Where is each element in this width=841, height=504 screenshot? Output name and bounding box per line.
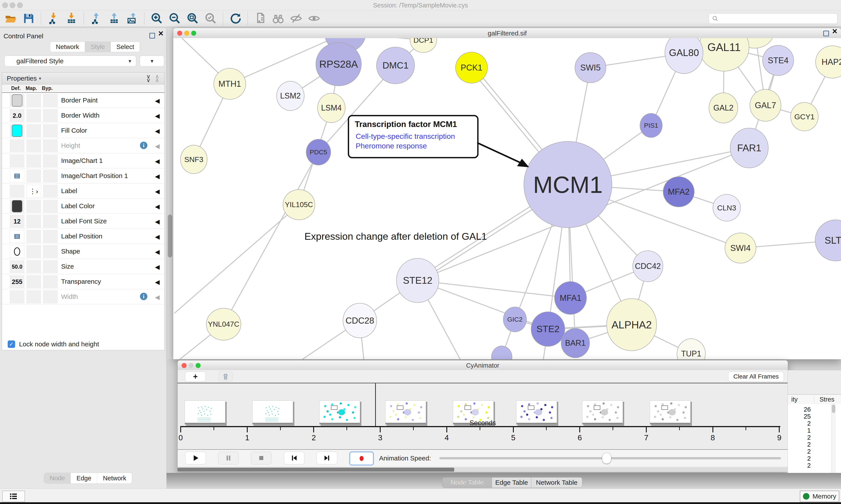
network-canvas[interactable]: RPS28BGAL11GAL80DCP1RPS28ADMC1PCK1SWI5ST… [173, 38, 841, 359]
property-row-height[interactable]: Heighti◀ [2, 138, 164, 153]
expand-caret-icon[interactable]: ◀ [155, 293, 160, 301]
close-panel-icon[interactable]: × [158, 31, 163, 35]
save-icon[interactable] [22, 12, 35, 25]
property-byp-cell[interactable] [43, 215, 58, 228]
table-row[interactable]: 2 [788, 455, 811, 462]
expand-caret-icon[interactable]: ◀ [155, 112, 160, 120]
table-row[interactable]: 2 [788, 434, 811, 441]
zoom-fit-icon[interactable] [186, 12, 199, 25]
tab-style[interactable]: Style [85, 42, 111, 52]
zoom-selected-icon[interactable] [204, 12, 217, 25]
info-icon[interactable]: i [140, 293, 147, 300]
float-panel-icon[interactable] [149, 33, 155, 38]
property-def-cell[interactable] [10, 155, 24, 167]
collapse-all-icon[interactable]: ∧∧ [155, 75, 159, 82]
property-def-cell[interactable]: 12 [10, 215, 24, 228]
timeline-scrollbar[interactable] [178, 467, 788, 472]
property-map-cell[interactable] [26, 140, 41, 152]
property-def-cell[interactable] [10, 94, 24, 107]
property-map-cell[interactable] [26, 230, 41, 243]
scrollbar-thumb[interactable] [178, 468, 454, 472]
property-row-border-paint[interactable]: Border Paint◀ [2, 93, 164, 108]
delete-frame-button[interactable] [218, 372, 233, 382]
export-table-icon[interactable] [107, 12, 121, 25]
property-byp-cell[interactable] [43, 290, 58, 303]
property-row-image-chart-1[interactable]: Image/Chart 1◀ [2, 153, 164, 168]
canvas-note[interactable]: Expression change after deletion of GAL1 [304, 231, 523, 242]
property-def-cell[interactable]: 2.0 [10, 109, 24, 122]
property-row-width[interactable]: Widthi◀ [2, 289, 164, 304]
column-header-stress[interactable]: Stres [814, 396, 835, 403]
table-row[interactable]: 2 [788, 441, 811, 448]
property-map-cell[interactable] [26, 170, 41, 182]
cyanimator-titlebar[interactable]: CyAnimator [178, 360, 788, 371]
property-map-cell[interactable] [26, 124, 41, 137]
play-button[interactable] [185, 452, 206, 464]
table-row[interactable]: 1 [788, 427, 811, 434]
property-map-cell[interactable] [26, 275, 41, 288]
table-row[interactable]: 2 [788, 462, 811, 469]
property-row-fill-color[interactable]: Fill Color◀ [2, 123, 164, 138]
property-map-cell[interactable] [26, 260, 41, 273]
import-network-icon[interactable] [47, 12, 60, 25]
properties-header[interactable]: Properties ▾ ∨∨ ∧∧ [2, 72, 164, 85]
lock-size-checkbox[interactable]: ✓ [8, 340, 15, 348]
tab-node-table[interactable]: Node Table [442, 477, 492, 488]
expand-caret-icon[interactable]: ◀ [155, 218, 160, 225]
property-row-label-position[interactable]: Label Position◀ [2, 229, 164, 244]
property-row-transparency[interactable]: 255Transparency◀ [2, 274, 164, 289]
add-frame-button[interactable]: + [185, 372, 205, 382]
scrollbar-thumb[interactable] [168, 215, 172, 257]
stop-button[interactable] [251, 452, 272, 464]
property-row-shape[interactable]: Shape◀ [2, 244, 164, 259]
record-button[interactable] [350, 452, 374, 465]
import-table-icon[interactable] [65, 12, 78, 25]
hide-details-icon[interactable] [289, 12, 303, 25]
expand-caret-icon[interactable]: ◀ [155, 158, 160, 165]
property-byp-cell[interactable] [43, 140, 58, 152]
tab-network[interactable]: Network [97, 473, 132, 483]
property-def-cell[interactable] [10, 170, 24, 182]
zoom-out-icon[interactable] [168, 12, 182, 25]
property-row-label-font-size[interactable]: 12Label Font Size◀ [2, 214, 164, 229]
property-row-label[interactable]: ⋮›Label◀ [2, 183, 164, 199]
expand-caret-icon[interactable]: ◀ [155, 264, 160, 271]
property-def-cell[interactable]: 255 [10, 275, 24, 288]
table-row[interactable]: 2 [788, 448, 811, 455]
close-window-icon[interactable]: × [832, 29, 837, 33]
property-map-cell[interactable] [26, 215, 41, 228]
property-def-cell[interactable] [10, 290, 24, 303]
export-image-icon[interactable] [125, 12, 139, 25]
expand-caret-icon[interactable]: ◀ [155, 278, 160, 286]
search-input[interactable] [709, 13, 838, 24]
expand-all-icon[interactable]: ∨∨ [146, 75, 150, 82]
expand-caret-icon[interactable]: ◀ [155, 248, 160, 255]
property-map-cell[interactable] [26, 94, 41, 107]
panel-scrollbar[interactable] [167, 28, 173, 359]
binoculars-icon[interactable] [271, 12, 285, 25]
property-map-cell[interactable] [26, 245, 41, 258]
property-def-cell[interactable] [10, 140, 24, 152]
property-map-cell[interactable] [26, 155, 41, 167]
expand-caret-icon[interactable]: ◀ [155, 173, 160, 180]
show-details-icon[interactable] [307, 12, 321, 25]
property-byp-cell[interactable] [43, 170, 58, 182]
refresh-icon[interactable] [229, 12, 242, 25]
tab-edge-table[interactable]: Edge Table [492, 477, 532, 488]
scrollbar-thumb[interactable] [832, 404, 835, 413]
property-map-cell[interactable]: ⋮› [26, 185, 41, 197]
float-window-icon[interactable] [823, 31, 829, 36]
property-byp-cell[interactable] [43, 124, 58, 137]
zoom-in-icon[interactable] [150, 12, 164, 25]
property-map-cell[interactable] [26, 200, 41, 213]
property-def-cell[interactable] [10, 185, 24, 197]
style-options-button[interactable]: ▾ [140, 56, 164, 67]
property-def-cell[interactable] [10, 200, 24, 213]
expand-caret-icon[interactable]: ◀ [155, 143, 160, 150]
pause-button[interactable] [218, 452, 239, 464]
expand-caret-icon[interactable]: ◀ [155, 127, 160, 134]
skip-end-button[interactable] [317, 452, 337, 464]
table-scrollbar[interactable] [831, 404, 836, 473]
export-network-icon[interactable] [89, 12, 103, 25]
skip-start-button[interactable] [284, 452, 304, 464]
